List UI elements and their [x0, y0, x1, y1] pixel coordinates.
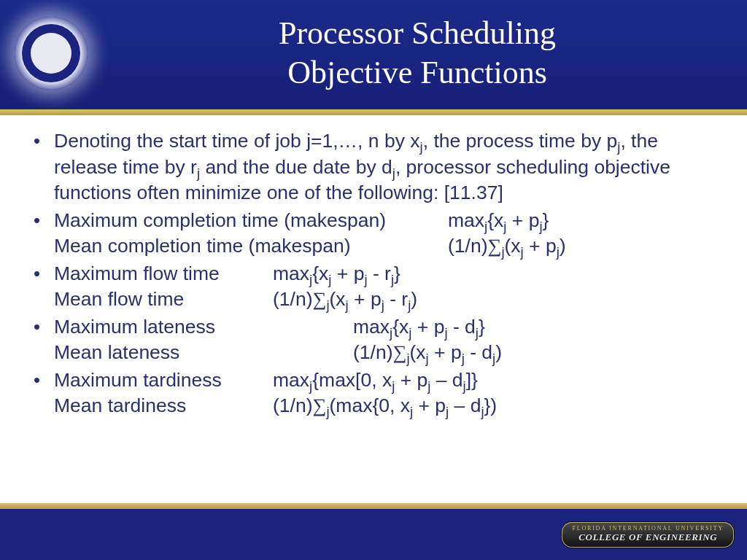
title-line-1: Processor Scheduling [279, 15, 556, 51]
flow-max-label: Maximum flow time [54, 261, 273, 287]
makespan-max-label: Maximum completion time (makespan) [54, 208, 448, 234]
lateness-mean-label: Mean lateness [54, 340, 353, 366]
title-block: Processor Scheduling Objective Functions [102, 14, 732, 92]
tardiness-max-label: Maximum tardiness [54, 368, 273, 394]
tardiness-max-expr: maxj{max[0, xj + pj – dj]} [273, 368, 478, 394]
bullet-lateness: Maximum lateness maxj{xj + pj - dj} Mean… [34, 314, 718, 366]
lateness-max-label: Maximum lateness [54, 314, 353, 341]
slide: Processor Scheduling Objective Functions… [0, 0, 747, 560]
badge-line-1: FLORIDA INTERNATIONAL UNIVERSITY [572, 525, 724, 532]
slide-body: Denoting the start time of job j=1,…, n … [0, 115, 747, 503]
makespan-mean-expr: (1/n)∑j(xj + pj) [448, 233, 566, 260]
slide-header: Processor Scheduling Objective Functions [0, 0, 747, 109]
tardiness-mean-expr: (1/n)∑j(max{0, xj + pj – dj}) [273, 393, 497, 419]
bullet-tardiness: Maximum tardiness maxj{max[0, xj + pj – … [34, 368, 718, 419]
bullet-flow: Maximum flow time maxj{xj + pj - rj} Mea… [34, 261, 718, 313]
flow-mean-expr: (1/n)∑j(xj + pj - rj) [273, 287, 417, 313]
flow-mean-label: Mean flow time [54, 287, 273, 313]
title-line-2: Objective Functions [287, 55, 547, 90]
makespan-max-expr: maxj{xj + pj} [448, 208, 549, 234]
badge-line-2: COLLEGE OF ENGINEERING [572, 532, 724, 543]
lateness-mean-expr: (1/n)∑j(xj + pj - dj) [353, 340, 502, 366]
makespan-mean-label: Mean completion time (makespan) [54, 233, 448, 260]
tardiness-mean-label: Mean tardiness [54, 393, 273, 419]
bullet-makespan: Maximum completion time (makespan) maxj{… [34, 208, 718, 260]
slide-footer: FLORIDA INTERNATIONAL UNIVERSITY COLLEGE… [0, 509, 747, 560]
divider-bar-bottom [0, 503, 747, 509]
college-badge: FLORIDA INTERNATIONAL UNIVERSITY COLLEGE… [562, 522, 734, 548]
divider-bar-top [0, 109, 747, 115]
lateness-max-expr: maxj{xj + pj - dj} [353, 314, 485, 341]
bullet-intro: Denoting the start time of job j=1,…, n … [34, 128, 718, 206]
bullet-list: Denoting the start time of job j=1,…, n … [34, 128, 718, 419]
slide-title: Processor Scheduling Objective Functions [102, 14, 732, 92]
flow-max-expr: maxj{xj + pj - rj} [273, 261, 400, 287]
university-seal-icon [15, 17, 88, 90]
